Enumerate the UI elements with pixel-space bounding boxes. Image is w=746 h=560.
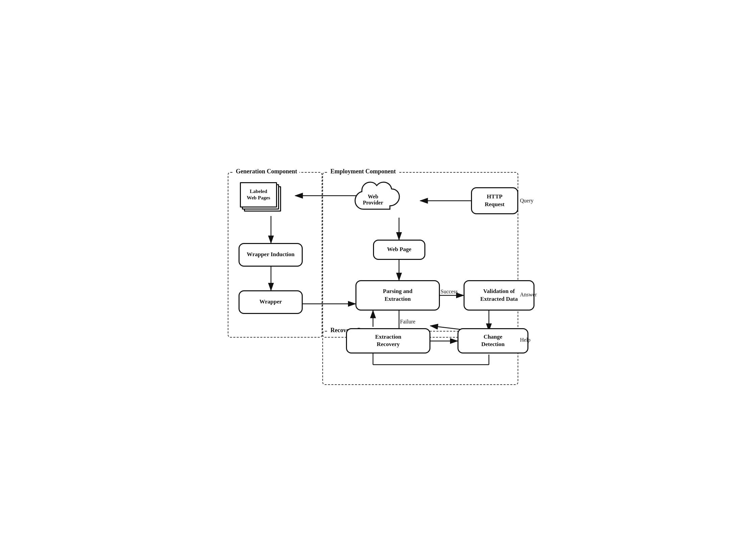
employment-component-label: Employment Component [328, 168, 398, 175]
validation-label: Validation ofExtracted Data [480, 288, 518, 302]
http-request-label: HTTPRequest [485, 193, 505, 208]
parsing-extraction-label: Parsing andExtraction [383, 288, 412, 302]
wrapper-induction-box: Wrapper Induction [239, 243, 303, 267]
failure-label: Failure [400, 319, 415, 325]
web-page-box: Web Page [373, 240, 425, 260]
query-label: Query [520, 198, 533, 204]
web-page-label: Web Page [387, 246, 411, 253]
wrapper-induction-label: Wrapper Induction [247, 251, 295, 258]
svg-text:Web: Web [368, 194, 378, 199]
extraction-recovery-label: ExtractionRecovery [375, 333, 401, 348]
generation-component-label: Generation Component [234, 168, 299, 175]
http-request-box: HTTPRequest [471, 187, 518, 214]
web-provider-cloud: Web Provider [346, 179, 400, 216]
labeled-web-pages-node: LabeledWeb Pages [239, 182, 282, 213]
extraction-recovery-box: ExtractionRecovery [346, 328, 430, 354]
labeled-web-pages-label: LabeledWeb Pages [240, 182, 277, 208]
success-label: Success [441, 289, 458, 295]
change-detection-label: ChangeDetection [481, 333, 505, 348]
help-label: Help [520, 337, 530, 343]
diagram-container: Generation Component Employment Componen… [221, 165, 525, 395]
parsing-extraction-box: Parsing andExtraction [355, 280, 440, 311]
wrapper-box: Wrapper [239, 290, 303, 314]
wrapper-label: Wrapper [259, 298, 282, 306]
svg-text:Provider: Provider [363, 200, 383, 205]
change-detection-box: ChangeDetection [457, 328, 528, 354]
answer-label: Answer [520, 292, 537, 298]
